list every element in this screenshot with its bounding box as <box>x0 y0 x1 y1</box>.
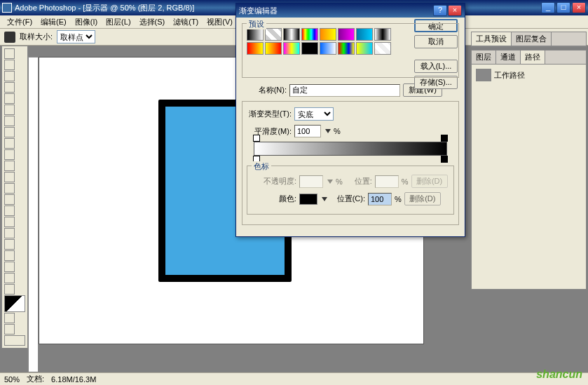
tab-channels[interactable]: 通道 <box>496 50 521 64</box>
preset-swatch-3[interactable] <box>301 28 318 41</box>
menu-select[interactable]: 选择(S) <box>135 17 170 27</box>
shape-tool[interactable] <box>4 239 15 250</box>
menu-file[interactable]: 文件(F) <box>3 17 36 27</box>
preset-swatch-11[interactable] <box>301 42 318 55</box>
opacity-stop-left[interactable] <box>253 135 260 142</box>
path-name: 工作路径 <box>494 70 525 81</box>
dropdown-arrow-icon[interactable] <box>325 129 331 133</box>
preset-swatch-2[interactable] <box>283 28 300 41</box>
dropdown-arrow-icon <box>327 180 333 184</box>
history-brush-tool[interactable] <box>4 149 15 160</box>
minimize-button[interactable]: _ <box>541 2 555 13</box>
marquee-tool[interactable] <box>4 60 15 70</box>
menu-edit[interactable]: 编辑(E) <box>36 17 71 27</box>
dialog-title: 渐变编辑器 <box>239 6 278 16</box>
zoom-tool[interactable] <box>4 284 15 295</box>
position2-input[interactable] <box>368 193 392 205</box>
menu-filter[interactable]: 滤镜(T) <box>169 17 203 27</box>
delete-color-stop-button: 删除(D) <box>404 192 441 205</box>
smoothness-input[interactable] <box>294 125 321 137</box>
tab-paths[interactable]: 路径 <box>521 50 545 64</box>
stamp-tool[interactable] <box>4 138 15 149</box>
slice-tool[interactable] <box>4 104 15 115</box>
opacity-stop-right[interactable] <box>441 135 448 142</box>
wand-tool[interactable] <box>4 82 15 93</box>
stops-label: 色标 <box>252 161 271 172</box>
move-tool[interactable] <box>4 48 15 59</box>
crop-tool[interactable] <box>4 93 15 104</box>
fg-bg-colors[interactable] <box>4 295 25 312</box>
brush-tool[interactable] <box>4 127 15 137</box>
hand-tool[interactable] <box>4 273 15 283</box>
preset-swatch-6[interactable] <box>356 28 373 41</box>
heal-tool[interactable] <box>4 116 15 126</box>
eyedropper-tool[interactable] <box>4 262 15 272</box>
presets-label: 预设 <box>247 19 266 29</box>
tab-tool-presets[interactable]: 工具预设 <box>472 32 512 46</box>
color-label: 颜色: <box>252 194 296 204</box>
dialog-help-button[interactable]: ? <box>433 5 447 16</box>
preset-grid <box>247 28 401 55</box>
sample-size-label: 取样大小: <box>20 32 53 42</box>
toolbox <box>1 46 28 349</box>
gradient-type-label: 渐变类型(T): <box>247 109 292 119</box>
preset-swatch-10[interactable] <box>283 42 300 55</box>
dodge-tool[interactable] <box>4 194 15 205</box>
name-label: 名称(N): <box>242 85 287 95</box>
lasso-tool[interactable] <box>4 71 15 81</box>
menu-layer[interactable]: 图层(L) <box>102 17 135 27</box>
pen-tool[interactable] <box>4 228 15 238</box>
dialog-titlebar[interactable]: 渐变编辑器 ? × <box>236 4 465 18</box>
menu-view[interactable]: 视图(V) <box>203 17 237 27</box>
path-row[interactable]: 工作路径 <box>474 67 583 83</box>
dialog-close-button[interactable]: × <box>448 5 462 16</box>
menu-image[interactable]: 图像(I) <box>71 17 102 27</box>
preset-swatch-12[interactable] <box>320 42 336 55</box>
preset-swatch-7[interactable] <box>374 28 391 41</box>
app-title: Adobe Photoshop - [显示器 @ 50% (图层 2, RGB/… <box>15 3 194 13</box>
preset-swatch-5[interactable] <box>338 28 355 41</box>
ruler-vertical <box>28 57 39 372</box>
preset-swatch-9[interactable] <box>265 42 282 55</box>
screenmode-toggle[interactable] <box>4 324 15 335</box>
eraser-tool[interactable] <box>4 161 15 171</box>
gradient-tool[interactable] <box>4 172 15 182</box>
app-icon <box>2 3 12 13</box>
tab-layer-comps[interactable]: 图层复合 <box>512 32 552 46</box>
position1-unit: % <box>402 177 409 186</box>
maximize-button[interactable]: □ <box>556 2 570 13</box>
palette-tool-presets: 工具预设 图层复合 <box>471 32 587 47</box>
position2-unit: % <box>395 195 402 203</box>
zoom-level[interactable]: 50% <box>4 375 20 384</box>
path-select-tool[interactable] <box>4 205 15 216</box>
sample-size-select[interactable]: 取样点 <box>57 30 95 43</box>
palette-paths: 图层 通道 路径 工作路径 <box>471 50 587 290</box>
tab-layers[interactable]: 图层 <box>472 50 496 64</box>
preset-swatch-0[interactable] <box>247 28 264 41</box>
preset-swatch-13[interactable] <box>338 42 355 55</box>
type-tool[interactable] <box>4 217 15 227</box>
preset-swatch-15[interactable] <box>374 42 391 55</box>
preset-swatch-4[interactable] <box>320 28 336 41</box>
preset-swatch-1[interactable] <box>265 28 282 41</box>
name-input[interactable] <box>289 84 400 97</box>
preset-swatch-14[interactable] <box>356 42 373 55</box>
preset-swatch-8[interactable] <box>247 42 264 55</box>
gradient-type-select[interactable]: 实底 <box>294 107 334 121</box>
notes-tool[interactable] <box>4 250 15 261</box>
color-swatch[interactable] <box>299 194 317 205</box>
blur-tool[interactable] <box>4 183 15 194</box>
dropdown-arrow-icon[interactable] <box>322 197 327 201</box>
imageready-button[interactable] <box>4 335 25 346</box>
position1-label: 位置: <box>346 176 372 187</box>
color-stop-right[interactable] <box>441 156 448 163</box>
close-button[interactable]: × <box>572 2 586 13</box>
doc-info: 6.18M/16.3M <box>51 375 96 384</box>
path-thumbnail <box>476 69 491 81</box>
quickmask-toggle[interactable] <box>4 313 15 323</box>
watermark: shancun <box>536 368 582 381</box>
opacity-input <box>299 175 323 188</box>
position1-input <box>375 175 399 188</box>
gradient-preview-bar[interactable] <box>254 142 447 156</box>
palette-area: 工具预设 图层复合 图层 通道 路径 工作路径 <box>471 32 587 292</box>
